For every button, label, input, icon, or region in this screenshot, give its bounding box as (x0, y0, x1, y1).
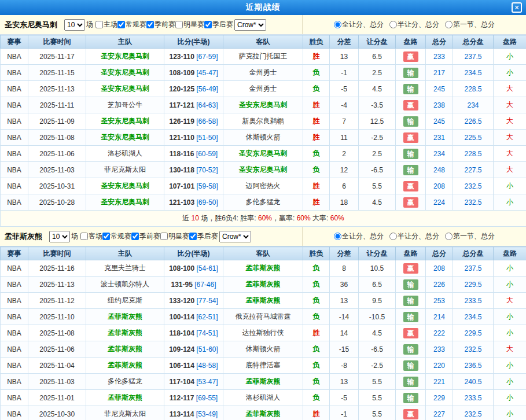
match-date-cell: 2025-11-06 (28, 146, 86, 162)
half-score: [45-47] (197, 69, 218, 77)
away-team-cell: 休斯顿火箭 (223, 130, 303, 146)
match-row: NBA2025-11-17圣安东尼奥马刺123-110 [67-59]萨克拉门托… (1, 49, 526, 65)
total-result-cell: 小 (494, 65, 526, 81)
league-cell: NBA (1, 81, 28, 97)
filter-checkbox-allstar-input[interactable] (175, 21, 183, 28)
total-result-cell: 大 (494, 162, 526, 178)
match-date-cell: 2025-11-01 (28, 390, 86, 406)
home-team-cell: 孟菲斯灰熊 (86, 309, 164, 325)
filter-checkbox-preseason-input[interactable] (131, 233, 139, 240)
win-loss-value: 负 (313, 280, 320, 288)
score-scope-radios: 全让分、总分半让分、总分第一节、总分 (303, 15, 526, 34)
scope-radio-1-input[interactable] (389, 21, 397, 28)
point-diff-cell: 14 (330, 325, 359, 341)
total-line-cell: 237.5 (453, 49, 494, 65)
match-date-cell: 2025-11-03 (28, 162, 86, 178)
total-points-cell: 245 (426, 81, 453, 97)
column-header: 胜负 (303, 247, 330, 260)
full-score: 106-114 (169, 362, 194, 370)
win-loss-cell: 负 (303, 374, 330, 390)
games-count-select[interactable]: 10 (49, 231, 70, 242)
filter-checkbox-playoffs[interactable]: 季后赛 (189, 231, 218, 241)
results-table: 赛事比赛时间主队比分(半场)客队胜负分差让分盘盘路总分总分盘盘路NBA2025-… (0, 35, 526, 227)
scope-radio-2-label: 第一节、总分 (453, 20, 495, 30)
scope-radio-0-input[interactable] (334, 233, 341, 240)
scope-radio-0-input[interactable] (334, 21, 341, 28)
handicap-result-cell: 输 (396, 65, 426, 81)
filter-checkbox-allstar-input[interactable] (160, 233, 168, 240)
score-cell: 130-118 [70-52] (164, 162, 223, 178)
home-team-name: 纽约尼克斯 (108, 296, 142, 304)
scope-radio-0[interactable]: 全让分、总分 (334, 231, 384, 241)
match-date-cell: 2025-11-11 (28, 97, 86, 113)
filter-checkbox-allstar[interactable]: 明星赛 (175, 20, 204, 30)
win-loss-cell: 胜 (303, 130, 330, 146)
filter-checkbox-venue[interactable]: 客场 (80, 231, 102, 241)
away-team-cell: 多伦多猛龙 (223, 194, 303, 211)
total-line-cell: 233.5 (453, 293, 494, 309)
odds-company-select[interactable]: Crow* (234, 19, 266, 31)
close-button[interactable]: ✕ (512, 2, 522, 13)
full-score: 113-114 (170, 410, 194, 418)
total-result-value: 大 (506, 149, 513, 157)
point-diff-cell: 18 (330, 194, 359, 211)
match-row: NBA2025-11-10孟菲斯灰熊100-114 [62-51]俄克拉荷马城雷… (1, 309, 526, 325)
win-loss-value: 负 (313, 361, 320, 369)
scope-radio-1[interactable]: 半让分、总分 (389, 231, 439, 241)
filter-checkbox-regular-season-input[interactable] (117, 21, 125, 28)
scope-radio-1[interactable]: 半让分、总分 (389, 20, 439, 30)
scope-radio-1-input[interactable] (389, 233, 397, 240)
handicap-result-badge: 赢 (403, 197, 418, 208)
total-result-value: 大 (506, 117, 513, 125)
filter-checkbox-regular-season[interactable]: 常规赛 (117, 20, 146, 30)
home-team-cell: 孟菲斯灰熊 (86, 341, 164, 358)
games-count-select[interactable]: 10 (64, 19, 85, 31)
summary-segment: 场，胜6负4: 胜率: (199, 214, 258, 222)
away-team-cell: 孟菲斯灰熊 (223, 374, 303, 390)
filter-checkbox-preseason-label: 季前赛 (139, 231, 160, 241)
column-header: 让分盘 (359, 247, 396, 260)
full-score: 100-114 (169, 313, 194, 321)
league-cell: NBA (1, 146, 28, 162)
team-filter-bar: 圣安东尼奥马刺10场主场常规赛季前赛明星赛季后赛Crow*全让分、总分半让分、总… (0, 15, 526, 35)
half-score: [53-47] (196, 378, 218, 386)
filter-checkbox-allstar-label: 明星赛 (168, 231, 189, 241)
full-score: 118-116 (170, 150, 194, 158)
home-team-name: 芝加哥公牛 (108, 101, 142, 109)
handicap-line-cell: -2.5 (359, 130, 396, 146)
filter-checkbox-venue[interactable]: 主场 (95, 20, 117, 30)
point-diff-cell: 6 (330, 178, 359, 194)
odds-company-select[interactable]: Crow* (219, 231, 251, 242)
scope-radio-2-input[interactable] (445, 21, 453, 28)
scope-radio-2[interactable]: 第一节、总分 (445, 20, 495, 30)
scope-radio-2[interactable]: 第一节、总分 (445, 231, 495, 241)
filter-checkbox-preseason-input[interactable] (146, 21, 154, 28)
filter-checkbox-regular-season-input[interactable] (102, 233, 110, 240)
summary-segment: ，赢率: (272, 214, 297, 222)
filter-checkbox-preseason[interactable]: 季前赛 (146, 20, 175, 30)
scope-radio-0[interactable]: 全让分、总分 (334, 20, 384, 30)
filter-checkbox-venue-input[interactable] (95, 21, 103, 28)
match-row: NBA2025-11-09圣安东尼奥马刺126-119 [66-58]新奥尔良鹈… (1, 113, 526, 130)
win-loss-cell: 负 (303, 341, 330, 358)
total-result-cell: 小 (494, 390, 526, 406)
away-team-name: 孟菲斯灰熊 (246, 280, 281, 288)
filter-checkbox-playoffs-input[interactable] (204, 21, 212, 28)
win-loss-cell: 胜 (303, 97, 330, 113)
total-result-value: 小 (506, 329, 513, 337)
handicap-line-cell: 5.5 (359, 374, 396, 390)
filter-checkbox-regular-season[interactable]: 常规赛 (102, 231, 131, 241)
filter-checkbox-preseason[interactable]: 季前赛 (131, 231, 160, 241)
match-row: NBA2025-11-01孟菲斯灰熊112-117 [69-55]洛杉矶湖人负-… (1, 390, 526, 406)
summary-row: 近 10 场，胜6负4: 胜率: 60%，赢率: 60% 大率: 60% (1, 211, 526, 227)
scope-radio-2-input[interactable] (445, 233, 453, 240)
filter-checkbox-playoffs[interactable]: 季后赛 (204, 20, 233, 30)
filter-checkbox-venue-input[interactable] (80, 233, 88, 240)
handicap-line-cell: 4.5 (359, 325, 396, 341)
scope-radio-0-label: 全让分、总分 (342, 20, 384, 30)
filter-checkbox-playoffs-input[interactable] (189, 233, 197, 240)
home-team-cell: 圣安东尼奥马刺 (86, 113, 164, 130)
half-score: [74-51] (196, 329, 218, 337)
filter-checkbox-allstar[interactable]: 明星赛 (160, 231, 189, 241)
total-line-cell: 236.5 (453, 358, 494, 374)
